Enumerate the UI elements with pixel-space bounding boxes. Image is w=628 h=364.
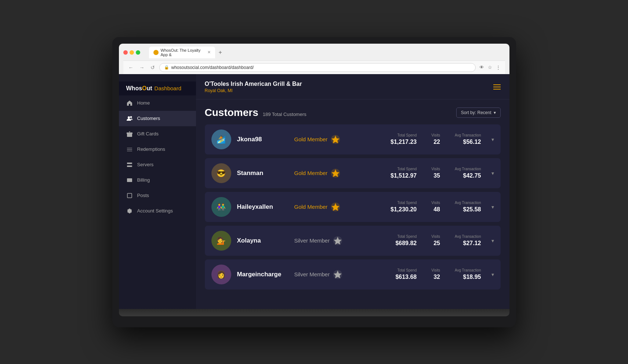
stats-group: Total Spend $689.82 Visits 25 Avg Transa… — [395, 234, 481, 247]
member-type-label: Gold Member — [294, 170, 328, 176]
customers-icon — [126, 115, 133, 122]
bookmark-button[interactable]: ☆ — [487, 64, 493, 71]
address-bar[interactable]: 🔒 whosoutsocial.com/dashboard/dashboard/ — [159, 63, 476, 72]
visits-value: 32 — [431, 274, 440, 280]
new-tab-button[interactable]: + — [217, 48, 224, 57]
customers-title-group: Customers 189 Total Customers — [205, 107, 306, 119]
restaurant-location: Royal Oak, MI — [205, 88, 302, 93]
menu-line-1 — [493, 84, 501, 85]
tab-title: WhosOut: The Loyalty App & — [161, 48, 204, 57]
visits-stat: Visits 22 — [431, 133, 440, 145]
visits-value: 22 — [431, 139, 440, 145]
logo-text: WhosOut — [126, 85, 152, 92]
sidebar-item-billing[interactable]: Billing — [119, 172, 196, 188]
total-spend-stat: Total Spend $613.68 — [395, 268, 417, 280]
active-tab[interactable]: WhosOut: The Loyalty App & ✕ — [149, 47, 215, 58]
sidebar-label-servers: Servers — [137, 162, 154, 167]
customer-row[interactable]: 👩 Margeincharge Silver Member Total Spen… — [205, 259, 501, 290]
expand-row-button[interactable]: ▾ — [491, 272, 494, 277]
avg-transaction-label: Avg Transaction — [455, 201, 481, 205]
svg-point-0 — [128, 116, 130, 119]
sidebar-item-servers[interactable]: Servers — [119, 157, 196, 172]
customer-row[interactable]: 😎 Stanman Gold Member Total Spend $1,512… — [205, 158, 501, 188]
sidebar-item-redemptions[interactable]: Redemptions — [119, 142, 196, 157]
total-spend-value: $689.82 — [395, 240, 417, 247]
sidebar-item-customers[interactable]: Customers — [119, 111, 196, 126]
sort-button[interactable]: Sort by: Recent ▾ — [456, 108, 501, 118]
forward-button[interactable]: → — [138, 64, 146, 71]
total-spend-stat: Total Spend $1,230.20 — [391, 201, 417, 213]
customer-row[interactable]: 👫 Haileyxallen Gold Member Total Spend $… — [205, 192, 501, 222]
sidebar-item-home[interactable]: Home — [119, 95, 196, 111]
avg-transaction-value: $56.12 — [455, 139, 481, 145]
visits-value: 35 — [431, 172, 440, 179]
expand-row-button[interactable]: ▾ — [491, 170, 494, 176]
stats-group: Total Spend $1,230.20 Visits 48 Avg Tran… — [391, 201, 481, 213]
browser-toolbar: ← → ↺ 🔒 whosoutsocial.com/dashboard/dash… — [123, 61, 505, 74]
expand-row-button[interactable]: ▾ — [491, 238, 494, 244]
home-icon — [126, 100, 133, 106]
sidebar-label-customers: Customers — [137, 116, 160, 121]
posts-icon — [126, 192, 133, 199]
hamburger-menu-button[interactable] — [493, 84, 501, 90]
menu-line-3 — [493, 89, 501, 90]
customer-name: Xolayna — [237, 237, 288, 244]
visits-label: Visits — [431, 234, 440, 239]
sidebar-label-account-settings: Account Settings — [137, 208, 173, 214]
member-type-label: Gold Member — [294, 136, 328, 142]
menu-line-2 — [493, 87, 501, 87]
customer-row[interactable]: 💁 Xolayna Silver Member Total Spend $689… — [205, 226, 501, 256]
avg-transaction-value: $25.58 — [455, 206, 481, 213]
page-title: Customers — [205, 107, 258, 119]
member-badge: Gold Member — [294, 168, 368, 178]
customer-name: Stanman — [237, 170, 288, 177]
customer-avatar: 🏄 — [211, 130, 231, 149]
svg-rect-10 — [127, 179, 132, 180]
avg-transaction-stat: Avg Transaction $42.75 — [455, 167, 481, 179]
restaurant-name: O'Tooles Irish American Grill & Bar — [205, 81, 302, 87]
tab-close-button[interactable]: ✕ — [207, 50, 211, 55]
browser-body: WhosOut Dashboard Home — [119, 74, 509, 309]
expand-row-button[interactable]: ▾ — [491, 204, 494, 210]
sidebar-item-posts[interactable]: Posts — [119, 188, 196, 203]
laptop-bottom — [119, 309, 509, 316]
maximize-window-button[interactable] — [136, 50, 140, 55]
customer-name: Haileyxallen — [237, 203, 288, 211]
expand-row-button[interactable]: ▾ — [491, 136, 494, 142]
sidebar-label-home: Home — [137, 100, 150, 106]
stats-group: Total Spend $1,512.97 Visits 35 Avg Tran… — [391, 167, 481, 179]
minimize-window-button[interactable] — [130, 50, 134, 55]
total-spend-label: Total Spend — [395, 234, 417, 239]
total-spend-label: Total Spend — [391, 133, 417, 137]
sidebar-item-gift-cards[interactable]: Gift Cards — [119, 126, 196, 142]
visits-label: Visits — [431, 133, 440, 137]
sidebar-label-billing: Billing — [137, 177, 150, 183]
sidebar-item-account-settings[interactable]: Account Settings — [119, 203, 196, 219]
more-options-button[interactable]: ⋮ — [495, 64, 501, 71]
customer-avatar: 💁 — [211, 231, 231, 251]
member-badge: Silver Member — [294, 236, 368, 246]
avg-transaction-value: $27.12 — [455, 240, 481, 247]
total-spend-value: $613.68 — [395, 274, 417, 280]
visits-stat: Visits 25 — [431, 234, 440, 247]
visits-label: Visits — [431, 268, 440, 272]
close-window-button[interactable] — [123, 50, 128, 55]
avg-transaction-label: Avg Transaction — [455, 234, 481, 239]
svg-rect-11 — [127, 193, 132, 198]
svg-point-8 — [131, 166, 132, 167]
customer-avatar: 👩 — [211, 265, 231, 284]
chevron-down-icon: ▾ — [494, 110, 496, 115]
reload-button[interactable]: ↺ — [149, 64, 156, 71]
total-spend-stat: Total Spend $689.82 — [395, 234, 417, 247]
total-spend-label: Total Spend — [395, 268, 417, 272]
settings-icon — [126, 208, 133, 214]
content-area: Customers 189 Total Customers Sort by: R… — [196, 99, 509, 301]
total-spend-value: $1,230.20 — [391, 206, 417, 213]
avg-transaction-stat: Avg Transaction $18.95 — [455, 268, 481, 280]
back-button[interactable]: ← — [127, 64, 135, 71]
sidebar-nav: Home Customers — [119, 95, 196, 219]
visits-stat: Visits 35 — [431, 167, 440, 179]
customer-avatar: 👫 — [211, 197, 231, 217]
reader-view-button[interactable]: 👁 — [479, 64, 485, 71]
customer-row[interactable]: 🏄 Jkona98 Gold Member Total Spend $1,217… — [205, 124, 501, 154]
